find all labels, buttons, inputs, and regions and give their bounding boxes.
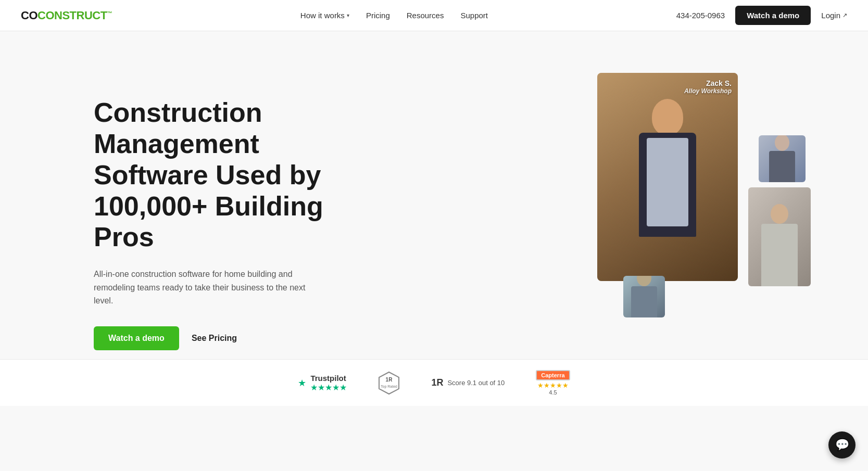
nav-link-resources[interactable]: Resources bbox=[407, 11, 444, 20]
nav-item-support[interactable]: Support bbox=[460, 11, 488, 20]
nav-link-support[interactable]: Support bbox=[460, 11, 488, 20]
hero-section: Construction Management Software Used by… bbox=[0, 31, 868, 406]
score-badge: 1R Score 9.1 out of 10 bbox=[431, 377, 505, 388]
logo-co: CO bbox=[21, 9, 37, 22]
badges-bar: ★ Trustpilot ★★★★★ 1R Top Rated 1R Score… bbox=[0, 359, 868, 406]
trustpilot-label: Trustpilot bbox=[310, 374, 347, 383]
login-link[interactable]: Login ↗ bbox=[821, 11, 847, 20]
hero-subtitle: All-in-one construction software for hom… bbox=[94, 268, 312, 308]
nav-link-how-it-works[interactable]: How it works ▾ bbox=[300, 11, 349, 20]
logo-trademark: ™ bbox=[107, 10, 112, 16]
score-label: Score 9.1 out of 10 bbox=[447, 379, 505, 387]
photo-label: Zack S. Alloy Workshop bbox=[684, 79, 732, 95]
logo-construct: CONSTRUCT bbox=[37, 9, 107, 22]
hero-title: Construction Management Software Used by… bbox=[94, 97, 364, 253]
see-pricing-button[interactable]: See Pricing bbox=[192, 334, 237, 343]
svg-marker-0 bbox=[379, 372, 399, 394]
watch-demo-nav-button[interactable]: Watch a demo bbox=[735, 6, 811, 25]
chevron-down-icon: ▾ bbox=[347, 12, 349, 18]
nav-links: How it works ▾ Pricing Resources Support bbox=[300, 11, 488, 20]
nav-item-pricing[interactable]: Pricing bbox=[366, 11, 390, 20]
svg-text:Top Rated: Top Rated bbox=[381, 385, 397, 389]
hero-right: Zack S. Alloy Workshop bbox=[597, 73, 806, 375]
hero-left: Construction Management Software Used by… bbox=[94, 97, 364, 350]
trustpilot-stars: ★★★★★ bbox=[310, 383, 347, 392]
nav-link-pricing[interactable]: Pricing bbox=[366, 11, 390, 20]
nav-item-resources[interactable]: Resources bbox=[407, 11, 444, 20]
hexagon-icon: 1R Top Rated bbox=[378, 371, 400, 395]
person-silhouette bbox=[608, 88, 727, 281]
trustpilot-star-icon: ★ bbox=[298, 377, 306, 389]
svg-text:1R: 1R bbox=[386, 377, 393, 383]
score-tr-icon: 1R bbox=[431, 377, 443, 388]
navbar: COCONSTRUCT™ How it works ▾ Pricing Reso… bbox=[0, 0, 868, 31]
small-photo-3 bbox=[623, 276, 665, 317]
chat-bubble[interactable]: 💬 bbox=[828, 431, 856, 459]
capterra-badge: Capterra ★★★★★ 4.5 bbox=[536, 370, 570, 396]
small-photo-1 bbox=[759, 135, 806, 182]
nav-right: 434-205-0963 Watch a demo Login ↗ bbox=[676, 6, 847, 25]
external-link-icon: ↗ bbox=[842, 12, 847, 19]
chat-icon: 💬 bbox=[835, 438, 849, 452]
hero-main-photo: Zack S. Alloy Workshop bbox=[597, 73, 738, 281]
person-shirt bbox=[647, 138, 688, 226]
nav-item-how-it-works[interactable]: How it works ▾ bbox=[300, 11, 349, 20]
logo[interactable]: COCONSTRUCT™ bbox=[21, 9, 112, 22]
hero-buttons: Watch a demo See Pricing bbox=[94, 326, 364, 350]
capterra-label: Capterra bbox=[536, 370, 570, 380]
trustpilot-badge: ★ Trustpilot ★★★★★ bbox=[298, 374, 347, 392]
person-head bbox=[652, 99, 683, 135]
capterra-score: 4.5 bbox=[549, 389, 557, 396]
watch-demo-hero-button[interactable]: Watch a demo bbox=[94, 326, 179, 350]
nav-phone: 434-205-0963 bbox=[676, 11, 725, 20]
capterra-stars: ★★★★★ bbox=[537, 381, 569, 389]
small-photo-2 bbox=[748, 187, 811, 286]
top-rated-badge: 1R Top Rated bbox=[378, 371, 400, 395]
